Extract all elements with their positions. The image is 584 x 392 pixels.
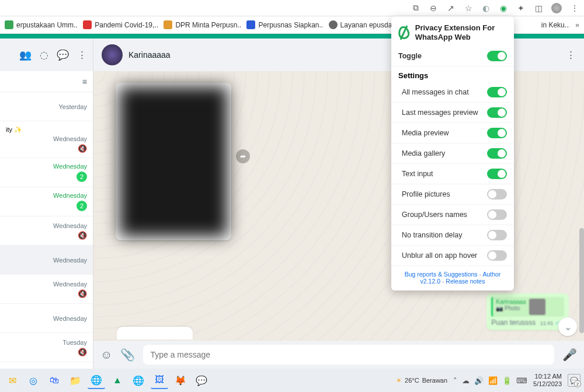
taskbar-explorer[interactable]: 📁 [67, 372, 84, 389]
taskbar-drive[interactable]: ▲ [109, 372, 126, 389]
setting-label: All messages in chat [402, 88, 469, 96]
bugs-link[interactable]: Bug reports & Suggestions [405, 271, 478, 278]
typing-indicator [117, 327, 193, 340]
setting-label: Unblur all on app hover [402, 251, 477, 260]
bookmark-item[interactable]: in Keku... [541, 21, 570, 29]
bookmarks-overflow[interactable]: » [575, 21, 579, 29]
extension-logo-icon [398, 26, 409, 39]
taskbar-whatsapp[interactable]: 💬 [193, 372, 210, 389]
share-icon[interactable]: ↗ [446, 4, 456, 13]
setting-label: Media gallery [402, 149, 445, 158]
search-row: ≡ [0, 71, 93, 92]
chat-list-item[interactable]: Wednesday [0, 304, 93, 333]
notification-center[interactable]: 💬2 [568, 374, 580, 387]
chat-list-item[interactable]: Wednesday🔇 [0, 216, 93, 246]
message-input-row: ☺ 📎 🎤 [93, 341, 584, 369]
wifi-icon[interactable]: 📶 [488, 376, 498, 385]
outgoing-message[interactable]: Karinaaaaa 📷 Photo Puan terussss 11:41 ✓… [486, 293, 569, 330]
scrollbar[interactable] [579, 228, 584, 333]
message-input[interactable] [143, 345, 554, 365]
media-message[interactable] [116, 83, 231, 240]
chat-list-item[interactable]: Wednesday🔇 [0, 275, 93, 304]
taskbar-weather[interactable]: ☀ 26°C Berawan [396, 377, 447, 384]
taskbar-chrome2[interactable]: 🌐 [130, 372, 147, 389]
master-toggle[interactable] [487, 51, 507, 61]
contact-avatar[interactable] [102, 44, 123, 65]
windows-taskbar: ✉ ◎ 🛍 📁 🌐 ▲ 🌐 🖼 🦊 💬 ☀ 26°C Berawan ˄ ☁ 🔊… [0, 369, 584, 392]
system-tray[interactable]: ˄ ☁ 🔊 📶 🔋 ⌨ [453, 376, 527, 385]
taskbar-firefox[interactable]: 🦊 [172, 372, 189, 389]
chat-list-item[interactable]: ity ✨Wednesday🔇 [0, 121, 93, 158]
kebab-menu-icon[interactable]: ⋮ [570, 4, 579, 13]
taskbar-edge[interactable]: ◎ [25, 372, 42, 389]
tray-chevron-icon[interactable]: ˄ [453, 376, 457, 385]
star-icon[interactable]: ☆ [464, 4, 473, 13]
extensions-icon[interactable]: ✦ [516, 4, 526, 13]
bookmark-item[interactable]: Perpusnas Siapkan... [246, 20, 322, 29]
setting-toggle[interactable] [487, 107, 507, 118]
emoji-icon[interactable]: ☺ [100, 348, 112, 362]
communities-icon[interactable]: 👥 [19, 49, 32, 61]
author-link[interactable]: Author [482, 271, 500, 278]
extension-setting-row: Profile pictures [391, 184, 514, 205]
setting-toggle[interactable] [487, 230, 507, 240]
chat-list[interactable]: Yesterdayity ✨Wednesday🔇Wednesday2Wednes… [0, 92, 93, 369]
taskbar-store[interactable]: 🛍 [46, 372, 63, 389]
release-notes-link[interactable]: Release notes [446, 278, 485, 285]
toggle-label: Toggle [398, 52, 422, 60]
bookmark-item[interactable]: Pandemi Covid-19,... [83, 20, 158, 29]
taskbar-photos[interactable]: 🖼 [151, 372, 168, 389]
menu-icon[interactable]: ⋮ [77, 49, 87, 61]
browser-toolbar: ⧉ ⊖ ↗ ☆ ◐ ◉ ✦ ◫ ⋮ [0, 0, 584, 16]
chat-list-item[interactable]: Wednesday2 [0, 158, 93, 187]
profile-avatar-icon[interactable] [551, 3, 562, 13]
language-icon[interactable]: ⌨ [516, 376, 527, 385]
extension-setting-row: Last messages preview [391, 103, 514, 123]
setting-toggle[interactable] [487, 148, 507, 159]
extension-setting-row: Text input [391, 164, 514, 184]
chat-menu-icon[interactable]: ⋮ [566, 49, 576, 61]
taskbar-chrome[interactable]: 🌐 [88, 372, 105, 389]
contact-name[interactable]: Karinaaaaa [128, 50, 171, 60]
chat-list-item[interactable]: Wednesday2 [0, 187, 93, 216]
extension-setting-row: All messages in chat [391, 82, 514, 103]
status-icon[interactable]: ◌ [40, 49, 48, 61]
chat-sidebar: 👥 ◌ 💬 ⋮ ≡ Yesterdayity ✨Wednesday🔇Wednes… [0, 38, 93, 369]
setting-toggle[interactable] [487, 128, 507, 138]
setting-toggle[interactable] [487, 189, 507, 200]
new-chat-icon[interactable]: 💬 [57, 49, 69, 61]
privacy-extension-popup: Privacy Extension For WhatsApp Web Toggl… [391, 16, 514, 290]
setting-label: Group/Users names [402, 211, 467, 219]
sidepanel-icon[interactable]: ◫ [534, 4, 543, 13]
extension-setting-row: Unblur all on app hover [391, 246, 514, 266]
setting-toggle[interactable] [487, 169, 507, 179]
volume-icon[interactable]: 🔊 [474, 376, 484, 385]
extension-footer: Bug reports & Suggestions - Author v2.12… [391, 266, 514, 290]
extension-setting-row: No transition delay [391, 225, 514, 246]
privacy-ext-icon[interactable]: ◉ [499, 4, 508, 13]
bookmark-item[interactable]: erpustakaan Umm... [5, 20, 77, 29]
mic-icon[interactable]: 🎤 [562, 348, 577, 362]
chat-list-item[interactable]: Tuesday🔇 [0, 333, 93, 362]
taskbar-clock[interactable]: 10:12 AM 5/12/2023 [533, 373, 562, 388]
taskbar-mail[interactable]: ✉ [4, 372, 21, 389]
chat-list-item[interactable]: Wednesday [0, 246, 93, 275]
setting-toggle[interactable] [487, 250, 507, 261]
settings-heading: Settings [391, 66, 514, 82]
filter-icon[interactable]: ≡ [82, 77, 87, 86]
forward-icon[interactable]: ➦ [236, 149, 250, 163]
open-external-icon[interactable]: ⧉ [411, 4, 420, 13]
chat-list-item[interactable]: Yesterday [0, 92, 93, 121]
attach-icon[interactable]: 📎 [120, 348, 135, 362]
setting-toggle[interactable] [487, 87, 507, 97]
setting-label: Media preview [402, 129, 449, 137]
zoom-icon[interactable]: ⊖ [429, 4, 438, 13]
bookmark-item[interactable]: DPR Minta Perpusn... [164, 20, 241, 29]
battery-icon[interactable]: 🔋 [502, 376, 512, 385]
extension-a-icon[interactable]: ◐ [481, 4, 491, 13]
setting-toggle[interactable] [487, 209, 507, 220]
extension-title: Privacy Extension For WhatsApp Web [415, 23, 507, 41]
onedrive-icon[interactable]: ☁ [462, 376, 470, 385]
scroll-down-button[interactable]: ⌄ [558, 317, 577, 336]
sidebar-header: 👥 ◌ 💬 ⋮ [0, 38, 93, 71]
